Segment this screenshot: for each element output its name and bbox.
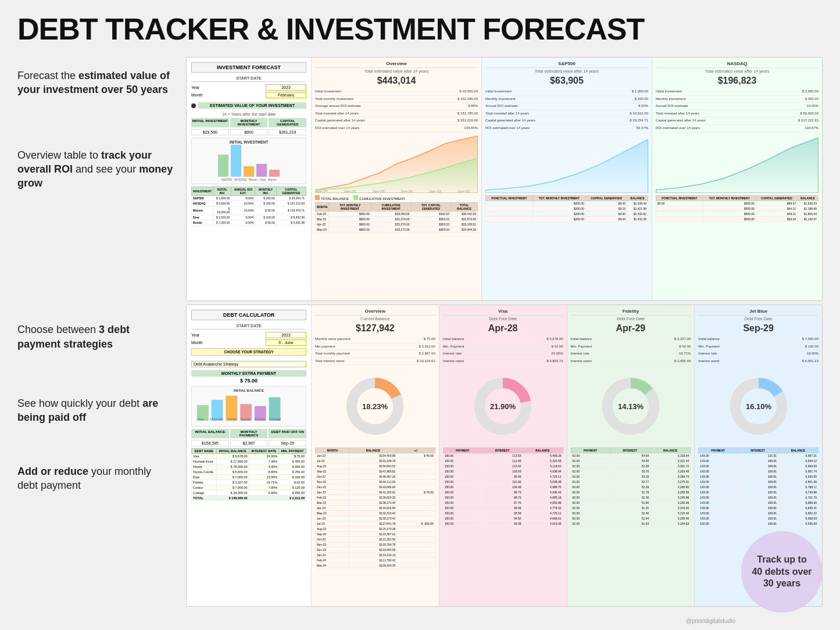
visa-title: Visa [443,309,563,316]
jetblue-stat-2: Min. Payment$ 142.00 [698,343,818,351]
table-row: Feb-24$111,790.42 [316,558,435,563]
table-row: 62.0054.643,319.64 [571,453,691,459]
svg-text:Costco: Costco [255,417,265,421]
table-row: $500.00$49.11$1,806.04 [656,211,818,216]
th-ponctual: PONCTUAL INVESTMENT [486,195,533,201]
label-sp500: S&P500 [221,178,232,181]
stat-roi-avg: Average annual ROI estimate8.88% [315,103,478,110]
table-row: Costco$ 7,000.007.00%$ 125.00 [192,485,306,491]
debt-section: DEBT CALCULATOR START DATE Year Month CH… [186,305,823,607]
year-input[interactable] [266,84,306,91]
table-row: 62.0053.763,293.48 [571,469,691,474]
table-row: 62.0052.293,265.80 [571,485,691,490]
sp500-value: $63,905 [485,76,648,86]
svg-text:21.90%: 21.90% [490,402,516,411]
investment-headers: INITIAL INVESTMENT MONTHLY INVESTMENT CA… [191,118,306,127]
track-badge-line2: 40 debts over [752,567,812,577]
initial-investment-chart: INITIAL INVESTMENT S&P500 NASDAQ Bitcoin [191,138,306,184]
sp500-panel: S&P500 Total estimated value after 14 ye… [482,58,652,300]
bar-dow [256,164,267,177]
table-row: $500.00$53.18$1,142.07 [656,216,818,221]
visa-stat-4: Interest owed$ 4,893.73 [443,358,563,366]
jetblue-free-date-label: Debt Free Date [698,317,818,321]
th-plus-minus: +/- [397,448,435,453]
overview-inv-title: Overview [315,61,478,68]
strategy-input[interactable] [191,361,306,367]
bar-bitcoin [244,166,254,177]
debt-overview-panel: Overview Current Balance $127,942 Monthl… [312,305,439,606]
th-ponctual3: PONCTUAL INVESTMENT [656,195,703,201]
content-area: Forecast the estimated value of your inv… [17,57,823,607]
debt-overview-subtitle: Current Balance [315,317,435,321]
nasdaq-stat-6: ROI estimated over 14 years119.67% [656,125,818,133]
debt-stat-3: Total monthly payment$ 2,987.00 [315,350,435,358]
overview-area-chart: Jan-24 Jan-25 Jan-28 Jan-30 Jan-32 Jan-3… [315,135,478,193]
overview-donut: 18.23% [315,368,435,444]
jetblue-free-date: Sep-29 [698,323,818,334]
fidelity-stat-3: Interest rate19.71% [571,350,691,358]
table-row: Sep-22$147,966.61 [316,469,435,474]
table-row: 150.0096.664,779.52 [443,506,563,511]
th-balance2: BALANCE [627,195,648,201]
table-row: 62.0052.283,301.72 [571,464,691,469]
th-payment-v: PAYMENT [443,448,482,453]
label-bonds: Bonds [268,178,276,181]
fidelity-title: Fidelity [571,309,691,316]
table-row: House$ 78,000.004.00%$ 950.00 [192,464,306,470]
stat-roi-est: ROI estimated over 14 years143.65% [315,125,478,133]
table-row: 143.00110.316,967.31 [699,453,818,459]
table-row: 143.00109.816,734.98 [699,490,818,495]
chart-legend: TOTAL BALANCE CUMULATIVE INVESTMENT [315,195,478,201]
table-row: Feb-23$900.00$29,450.00$342.03$30,442.03 [316,211,478,216]
annotation-4: See how quickly your debt are being paid… [17,391,174,425]
table-row: $5.00$500.00$99.57$1,639.03 [656,201,818,206]
label-nasdaq: NASDAQ [234,178,246,181]
annotation-2: Overview table to track your overall ROI… [17,142,174,191]
debt-summary-headers: INITIAL BALANCE MONTHLY PAYMENTS DEBT PA… [191,429,306,438]
th-cumulative: CUMULATIVE INVESTMENT [371,202,411,211]
table-row: 150.0095.594,725.11 [443,511,563,516]
debt-year-row: Year [191,331,306,339]
table-row: $200.00$9.44$1,432.39 [486,216,648,221]
table-row: Bonds$ 7,000.003.00%$ 50.00$ 5,631.88 [192,220,306,225]
th-init-bal: INITIAL BALANCE [216,449,249,454]
estimated-label: ESTIMATED VALUE OF YOUR INVESTMENT [198,102,306,109]
debt-main-panel: DEBT CALCULATOR START DATE Year Month CH… [187,305,312,606]
month-input[interactable] [266,92,306,98]
table-row: 150.00101.695,035.98 [443,479,563,485]
annotation-5: Add or reduce your monthly debt payment [17,459,174,493]
left-panel: Forecast the estimated value of your inv… [17,57,174,607]
table-row: Toyota Corolla$ 5,600.008.69%$ 250.00 [192,470,306,475]
table-row: 62.0052.773,275.51 [571,479,691,485]
th-min-payment: MIN. PAYMENT [279,449,306,454]
years-after-label: 14 + Years after the start date [191,112,306,116]
debt-year-input[interactable] [266,332,306,338]
table-row: NASDAQ$ 5,000.0010.00%$ 100.00$ 107,222.… [192,201,306,206]
table-row: Nov-22$144,111.00 [316,479,435,485]
svg-text:Cottage: Cottage [269,417,281,421]
main-container: DEBT TRACKER & INVESTMENT FORECAST Forec… [0,0,840,630]
th-balance-v: BALANCE [523,448,563,453]
debt-init-bal-header: INITIAL BALANCE [191,429,229,438]
debt-overview-table: MONTH BALANCE +/- Jun-22$154,409.89$ 45.… [315,448,435,568]
sp500-stats: Initial Investment$ 1,000.00 Monthly inv… [485,88,648,133]
extra-payment-value: $ 75.00 [191,378,306,384]
table-row: Nov-23$118,784.79 [316,542,435,547]
visa-stat-1: Initial balance$ 5,678.00 [443,336,563,343]
svg-text:Hyundai: Hyundai [210,417,223,421]
th-month-d: MONTH [316,448,349,453]
debt-month-input[interactable] [266,339,306,346]
stat-monthly: Total monthly investment$ 152,296.00 [315,96,478,103]
chart-labels: S&P500 NASDAQ Bitcoin Dow Bonds [221,178,277,181]
month-row: Month [191,91,306,99]
visa-free-date-label: Debt Free Date [443,317,563,321]
debt-year-label: Year [191,333,199,337]
table-row: Jul-22$152,148.76 [316,459,435,464]
svg-text:Jan-24: Jan-24 [315,189,328,193]
table-row: $500.00$44.11$1,188.68 [656,206,818,211]
debt-start-date: START DATE [191,323,306,330]
table-row: 62.0052.303,245.89 [571,495,691,500]
debt-overview-stats: Monthly extra payment$ 75.00 Min payment… [315,336,435,365]
capital-gen-header: CAPITAL GENERATED [269,118,306,127]
visa-stat-3: Interest rate24.00% [443,350,563,358]
